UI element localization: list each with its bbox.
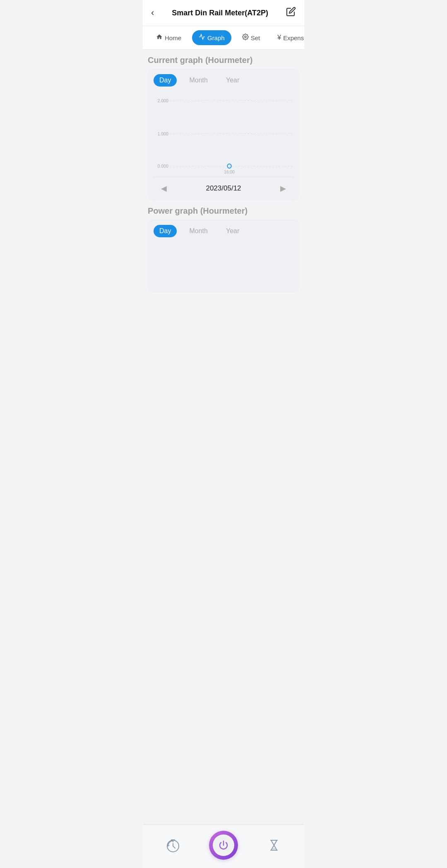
tab-graph[interactable]: Graph (192, 30, 231, 45)
svg-text:16:00: 16:00 (224, 169, 235, 174)
current-period-tabs: Day Month Year (154, 74, 293, 87)
current-graph-card: Day Month Year 2.000 1.000 0.000 (148, 68, 299, 200)
tab-expense-label: Expense (283, 34, 304, 41)
back-button[interactable]: ‹ (151, 7, 154, 18)
expense-icon: ¥ (277, 34, 281, 41)
current-period-month[interactable]: Month (183, 74, 213, 87)
edit-button[interactable] (286, 7, 296, 19)
prev-date-button[interactable]: ◀ (157, 182, 171, 195)
main-content: Current graph (Hourmeter) Day Month Year… (143, 50, 304, 346)
tab-home[interactable]: Home (149, 30, 188, 45)
graph-icon (199, 34, 205, 42)
power-graph-title: Power graph (Hourmeter) (148, 206, 299, 216)
tab-expense[interactable]: ¥ Expense (271, 31, 304, 45)
next-date-button[interactable]: ▶ (276, 182, 290, 195)
svg-text:2.000: 2.000 (158, 98, 168, 103)
svg-text:0.000: 0.000 (158, 164, 168, 169)
tab-graph-label: Graph (207, 34, 225, 41)
current-chart-area: 2.000 1.000 0.000 16:00 (154, 92, 293, 175)
current-graph-section: Current graph (Hourmeter) Day Month Year… (148, 55, 299, 200)
current-period-year[interactable]: Year (220, 74, 245, 87)
power-period-tabs: Day Month Year (154, 225, 293, 237)
power-period-month[interactable]: Month (183, 225, 213, 237)
power-period-day[interactable]: Day (154, 225, 177, 237)
tab-set-label: Set (251, 34, 260, 41)
page-title: Smart Din Rail Meter(AT2P) (172, 9, 268, 17)
settings-icon (242, 34, 249, 42)
svg-text:1.000: 1.000 (158, 131, 168, 136)
power-graph-section: Power graph (Hourmeter) Day Month Year (148, 206, 299, 293)
tab-home-label: Home (165, 34, 181, 41)
svg-point-0 (245, 36, 246, 38)
tab-navigation: Home Graph Set ¥ Expense (143, 26, 304, 50)
current-graph-title: Current graph (Hourmeter) (148, 55, 299, 65)
power-graph-card: Day Month Year (148, 219, 299, 293)
current-date-nav: ◀ 2023/05/12 ▶ (154, 177, 293, 200)
app-header: ‹ Smart Din Rail Meter(AT2P) (143, 0, 304, 26)
power-period-year[interactable]: Year (220, 225, 245, 237)
power-chart-area (154, 243, 293, 293)
tab-set[interactable]: Set (236, 30, 267, 45)
current-chart-svg: 2.000 1.000 0.000 16:00 (154, 92, 293, 175)
current-period-day[interactable]: Day (154, 74, 177, 87)
home-icon (156, 34, 163, 42)
current-date-label: 2023/05/12 (206, 184, 241, 193)
